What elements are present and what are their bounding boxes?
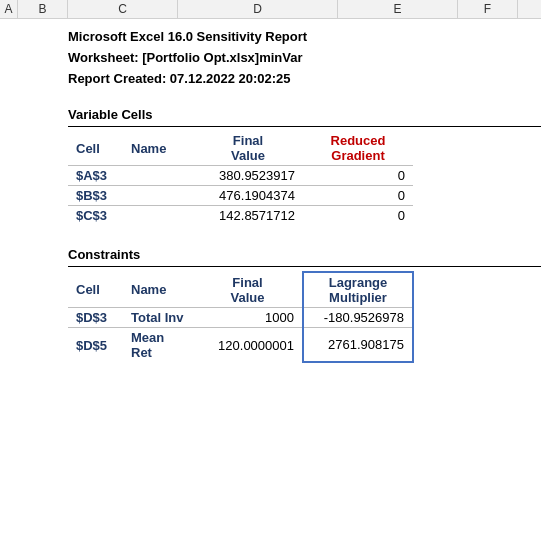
constraints-title: Constraints <box>68 247 541 262</box>
col-header-d: D <box>178 0 338 18</box>
cth-cell: Cell <box>68 272 123 308</box>
th-name: Name <box>123 131 193 166</box>
variable-cells-table: Cell Name FinalValue ReducedGradient $A$… <box>68 131 413 225</box>
vc-grad-2: 0 <box>303 186 413 206</box>
report-line1: Microsoft Excel 16.0 Sensitivity Report <box>68 27 541 48</box>
col-header-a: A <box>0 0 18 18</box>
report-content: Microsoft Excel 16.0 Sensitivity Report … <box>0 19 541 371</box>
constraints-header-row: Cell Name FinalValue LagrangeMultiplier <box>68 272 413 308</box>
vc-name-1 <box>123 166 193 186</box>
constraints-table: Cell Name FinalValue LagrangeMultiplier … <box>68 271 414 363</box>
col-header-c: C <box>68 0 178 18</box>
constraints-body: $D$3 Total Inv 1000 -180.9526978 $D$5 Me… <box>68 308 413 363</box>
column-headers: A B C D E F <box>0 0 541 19</box>
vc-cell-3: $C$3 <box>68 206 123 226</box>
cth-final-value: FinalValue <box>193 272 303 308</box>
col-header-e: E <box>338 0 458 18</box>
con-name-2: Mean Ret <box>123 328 193 363</box>
table-row: $B$3 476.1904374 0 <box>68 186 413 206</box>
cth-name: Name <box>123 272 193 308</box>
col-header-f: F <box>458 0 518 18</box>
report-line2: Worksheet: [Portfolio Opt.xlsx]minVar <box>68 48 541 69</box>
vc-value-1: 380.9523917 <box>193 166 303 186</box>
table-row: $A$3 380.9523917 0 <box>68 166 413 186</box>
vc-value-3: 142.8571712 <box>193 206 303 226</box>
variable-cells-title: Variable Cells <box>68 107 541 122</box>
con-lagrange-1: -180.9526978 <box>303 308 413 328</box>
table-row: $D$5 Mean Ret 120.0000001 2761.908175 <box>68 328 413 363</box>
con-lagrange-2: 2761.908175 <box>303 328 413 363</box>
table-row: $C$3 142.8571712 0 <box>68 206 413 226</box>
variable-cells-body: $A$3 380.9523917 0 $B$3 476.1904374 0 $C… <box>68 166 413 226</box>
vc-grad-1: 0 <box>303 166 413 186</box>
spreadsheet: A B C D E F Microsoft Excel 16.0 Sensiti… <box>0 0 541 556</box>
vc-value-2: 476.1904374 <box>193 186 303 206</box>
con-name-1: Total Inv <box>123 308 193 328</box>
report-line3: Report Created: 07.12.2022 20:02:25 <box>68 69 541 90</box>
th-reduced-gradient: ReducedGradient <box>303 131 413 166</box>
col-header-b: B <box>18 0 68 18</box>
th-final-value: FinalValue <box>193 131 303 166</box>
vc-cell-1: $A$3 <box>68 166 123 186</box>
report-title: Microsoft Excel 16.0 Sensitivity Report … <box>68 27 541 89</box>
con-cell-1: $D$3 <box>68 308 123 328</box>
variable-cells-header-row: Cell Name FinalValue ReducedGradient <box>68 131 413 166</box>
vc-grad-3: 0 <box>303 206 413 226</box>
con-cell-2: $D$5 <box>68 328 123 363</box>
con-value-2: 120.0000001 <box>193 328 303 363</box>
th-cell: Cell <box>68 131 123 166</box>
vc-cell-2: $B$3 <box>68 186 123 206</box>
constraints-divider <box>68 266 541 267</box>
con-value-1: 1000 <box>193 308 303 328</box>
vc-name-2 <box>123 186 193 206</box>
cth-lagrange: LagrangeMultiplier <box>303 272 413 308</box>
table-row: $D$3 Total Inv 1000 -180.9526978 <box>68 308 413 328</box>
variable-cells-divider <box>68 126 541 127</box>
vc-name-3 <box>123 206 193 226</box>
